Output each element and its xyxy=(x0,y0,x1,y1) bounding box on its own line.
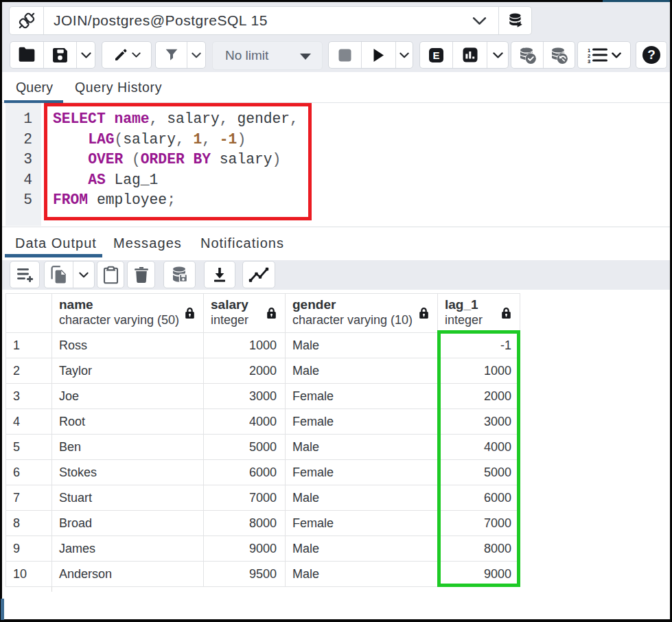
svg-text:3: 3 xyxy=(588,58,590,64)
